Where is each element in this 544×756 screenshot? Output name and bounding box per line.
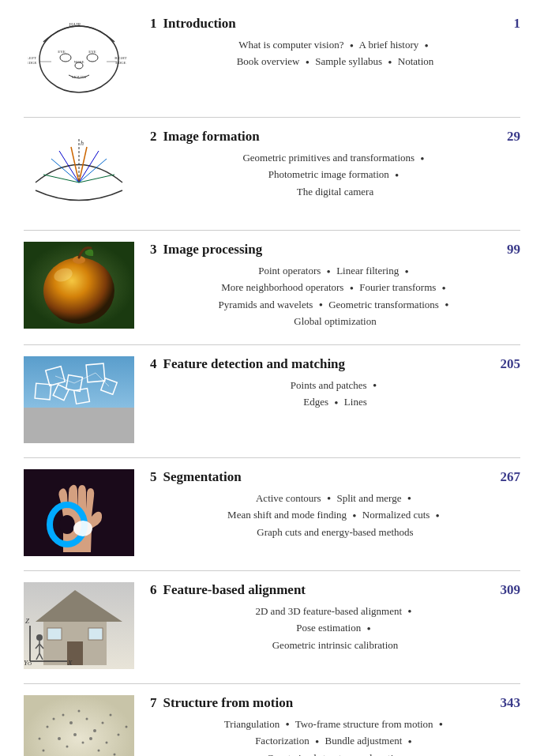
chapter-3-entry: 3 Image processing 99 Point operators • …: [24, 242, 520, 330]
chapter-4-image: [24, 356, 134, 443]
svg-point-65: [53, 717, 55, 720]
chapter-7-image: [24, 695, 134, 756]
chapter-2-content: 2 Image formation 29 Geometric primitive…: [150, 129, 520, 200]
divider-6: [24, 683, 520, 684]
chapter-4-num: 4: [150, 356, 157, 372]
chapter-4-entry: 4 Feature detection and matching 205 Poi…: [24, 356, 520, 443]
chapter-6-content: 6 Feature-based alignment 309 2D and 3D …: [150, 582, 520, 653]
svg-point-1: [60, 54, 71, 62]
chapter-5-title-text: Segmentation: [163, 469, 493, 485]
chapter-2-title-text: Image formation: [163, 129, 500, 145]
chapter-1-subtopics: What is computer vision? • A brief histo…: [150, 36, 520, 70]
svg-text:EDGE: EDGE: [28, 61, 37, 65]
chapter-6-num: 6: [150, 582, 157, 598]
divider-3: [24, 344, 520, 345]
chapter-5-page: 267: [501, 469, 521, 485]
svg-point-89: [114, 753, 116, 755]
sfm-svg: [24, 695, 134, 756]
svg-rect-49: [47, 628, 62, 640]
chapter-1-image: HAIR EYE EYE NOSE MOUTH LEFT EDGE RIGHT …: [24, 16, 134, 103]
svg-text:RIGHT: RIGHT: [114, 56, 126, 60]
svg-point-90: [118, 733, 120, 735]
svg-point-70: [93, 729, 96, 732]
chapter-1-title-text: Introduction: [163, 16, 506, 32]
svg-point-71: [102, 721, 104, 724]
chapter-4-header: 4 Feature detection and matching 205: [150, 356, 520, 372]
chapter-4-content: 4 Feature detection and matching 205 Poi…: [150, 356, 520, 411]
chapter-4-title-text: Feature detection and matching: [163, 356, 493, 372]
chapter-2-page: 29: [507, 129, 520, 145]
divider-4: [24, 457, 520, 458]
chapter-7-page: 343: [501, 695, 521, 711]
svg-point-93: [126, 725, 128, 728]
svg-point-69: [86, 717, 88, 720]
svg-point-80: [43, 749, 45, 751]
divider-1: [24, 117, 520, 118]
chapter-6-entry: Z X Y O 6 Feature-based alignment 309 2D…: [24, 582, 520, 669]
chapter-6-header: 6 Feature-based alignment 309: [150, 582, 520, 598]
chapter-1-header: 1 Introduction 1: [150, 16, 520, 32]
svg-point-26: [43, 258, 114, 324]
apple-svg: [24, 242, 134, 329]
chapter-5-content: 5 Segmentation 267 Active contours • Spl…: [150, 469, 520, 540]
svg-text:EDGE: EDGE: [115, 61, 126, 65]
svg-rect-50: [88, 628, 103, 640]
chapter-7-num: 7: [150, 695, 157, 711]
chapter-5-subtopics: Active contours • Split and merge • Mean…: [150, 490, 520, 540]
chapter-7-subtopics: Triangulation • Two-frame structure from…: [150, 716, 520, 756]
svg-rect-30: [24, 408, 134, 443]
chapter-3-num: 3: [150, 242, 157, 258]
chapter-3-page: 99: [507, 242, 520, 258]
svg-point-43: [59, 515, 75, 534]
svg-point-75: [73, 733, 77, 736]
chapter-1-entry: HAIR EYE EYE NOSE MOUTH LEFT EDGE RIGHT …: [24, 16, 520, 103]
chapter-6-title-text: Feature-based alignment: [163, 582, 493, 598]
svg-point-92: [39, 737, 41, 739]
chapter-5-num: 5: [150, 469, 157, 485]
chapter-7-title-text: Structure from motion: [163, 695, 493, 711]
geometry-diagram-svg: h: [28, 131, 130, 214]
svg-point-66: [62, 713, 65, 716]
svg-point-57: [36, 634, 43, 641]
svg-text:MOUTH: MOUTH: [72, 75, 87, 79]
chapter-7-header: 7 Structure from motion 343: [150, 695, 520, 711]
chapter-7-content: 7 Structure from motion 343 Triangulatio…: [150, 695, 520, 756]
svg-text:h: h: [81, 140, 84, 147]
chapter-1-content: 1 Introduction 1 What is computer vision…: [150, 16, 520, 70]
head-diagram-svg: HAIR EYE EYE NOSE MOUTH LEFT EDGE RIGHT …: [28, 18, 130, 101]
chapter-2-subtopics: Geometric primitives and transformations…: [150, 149, 520, 200]
svg-point-78: [98, 749, 100, 751]
svg-point-64: [47, 725, 49, 728]
svg-rect-63: [24, 695, 134, 756]
chapter-6-page: 309: [501, 582, 521, 598]
chapter-3-title-text: Image processing: [163, 242, 500, 258]
chapter-3-image: [24, 242, 134, 329]
chapter-3-subtopics: Point operators • Linear filtering • Mor…: [150, 262, 520, 330]
svg-line-21: [43, 175, 79, 182]
chapter-5-entry: 5 Segmentation 267 Active contours • Spl…: [24, 469, 520, 556]
chapter-2-header: 2 Image formation 29: [150, 129, 520, 145]
svg-point-74: [66, 745, 69, 747]
chapter-4-subtopics: Points and patches • Edges • Lines: [150, 377, 520, 411]
chapter-6-image: Z X Y O: [24, 582, 134, 669]
svg-point-73: [58, 737, 61, 740]
house-svg: Z X Y O: [24, 582, 134, 669]
svg-point-76: [82, 741, 84, 743]
svg-point-67: [69, 721, 73, 724]
svg-text:O: O: [28, 660, 32, 667]
svg-text:HAIR: HAIR: [69, 22, 81, 27]
divider-2: [24, 230, 520, 231]
svg-point-79: [106, 741, 108, 743]
svg-text:EYE: EYE: [58, 50, 66, 54]
svg-text:NOSE: NOSE: [73, 60, 84, 64]
svg-point-2: [87, 54, 98, 62]
chapter-1-title: 1: [150, 16, 157, 32]
chapter-3-content: 3 Image processing 99 Point operators • …: [150, 242, 520, 330]
svg-text:LEFT: LEFT: [28, 56, 36, 60]
svg-point-68: [78, 709, 81, 712]
chapter-2-num: 2: [150, 129, 157, 145]
chapter-4-page: 205: [501, 356, 521, 372]
chapter-1-page: 1: [514, 16, 521, 32]
svg-text:EYE: EYE: [88, 50, 96, 54]
svg-text:X: X: [67, 659, 73, 667]
